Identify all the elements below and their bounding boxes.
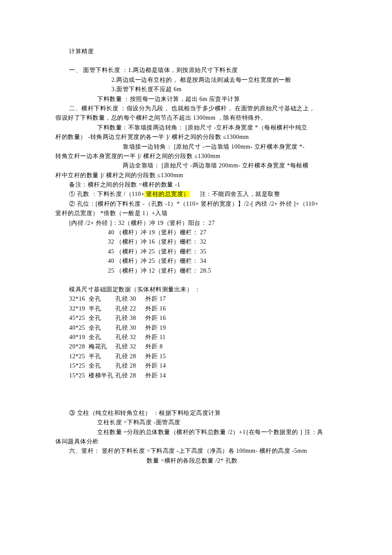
- mold-type: 楼梯半孔: [89, 371, 115, 380]
- table-row: 15*25 楼梯半孔 孔径 28 外距 14: [69, 371, 337, 380]
- sec2-line9: 备注：横杆之间的分段数 =横杆的数量 -1: [55, 180, 337, 190]
- mold-dist: 外距 19: [145, 323, 170, 333]
- punch-row: 32 （横杆）冲 16（竖杆）栅栏： 32: [55, 237, 337, 247]
- sec1-line4: 下料数量 ：按照每一边来计算，超出 6m 应责半计算: [55, 95, 337, 104]
- mold-type: 半孔: [89, 352, 115, 361]
- sec3-l1-b: 注：不能四舍五入，就是取整: [190, 191, 280, 197]
- mold-type: 全孔: [89, 294, 115, 304]
- table-row: 32*16 全孔 孔径 30 外距 17: [69, 294, 337, 304]
- mold-spec: 40*25: [69, 323, 89, 333]
- table-row: 12*25 半孔 孔径 28 外距 15: [69, 352, 337, 361]
- mold-spec: 32*16: [69, 294, 89, 304]
- mold-dist: 外距 14: [145, 371, 170, 380]
- mold-type: 全孔: [89, 333, 115, 342]
- mold-type: 全孔: [89, 361, 115, 371]
- mold-table: 32*16 全孔 孔径 30 外距 17 32*19 半孔 孔径 22 外距 1…: [69, 294, 337, 380]
- mold-dist: 外距 15: [145, 352, 170, 361]
- sec2-line6: 转角立杆一边本身宽度的一半 ]/ 横杆之间的分段数 ≤1300mm: [55, 152, 337, 161]
- mold-dist: 外距 11: [145, 333, 170, 342]
- table-row: 40*19 全孔 孔径 32 外距 11: [69, 333, 337, 342]
- mold-spec: 15*25: [69, 361, 89, 371]
- sec6-line1: 六、竖杆： 竖杆的下料长度 =下料高度 -上下高度（净高）各 100mm- 横杆…: [55, 446, 337, 456]
- sec2-line2: 假设好了下料数量，总的每个横杆之间节点不超出 1300mm ，除有些特殊外。: [55, 113, 337, 123]
- sec1-line2: 2.两边或一边有立柱的， 都是按两边法则减去每一立柱宽度的一般: [55, 75, 337, 85]
- page-title: 计算精度: [55, 47, 337, 56]
- table-row: 40*25 全孔 孔径 30 外距 19: [69, 323, 337, 333]
- mold-dia: 孔径 30: [115, 323, 145, 333]
- document-page: 计算精度 一、 面管下料长度 ：1.两边都是墙体，则按原始尺寸下料长度 2.两边…: [0, 0, 392, 555]
- sec3-line1: ① 孔数 ：下料长度 /（110+ 竖柱的总宽度） 注：不能四舍五入，就是取整: [55, 190, 337, 199]
- mold-dist: 外距 8: [145, 342, 170, 351]
- mold-spec: 45*25: [69, 313, 89, 323]
- mold-dia: 孔径 32: [115, 333, 145, 342]
- sec5-line4: 体问题具体分析: [55, 437, 337, 446]
- sec1-line3: 3.面管下料长度不应超 6m: [55, 85, 337, 94]
- mold-type: 半孔: [89, 304, 115, 313]
- mold-dist: 外距 14: [145, 361, 170, 371]
- mold-spec: 15*25: [69, 371, 89, 380]
- mold-dia: 孔径 28: [115, 352, 145, 361]
- mold-dia: 孔径 28: [115, 361, 145, 371]
- sec2-line5: 靠墙接一边转角： [原始尺寸 -一边靠墙 100mm- 立杆横本身宽度 *-: [55, 142, 337, 152]
- sec5-line3: 立柱数量 =分段的总体数量（横杆的下料总数量 /2）+1{在每一个数据里的 } …: [55, 428, 337, 437]
- highlight-text: 竖柱的总宽度）: [144, 191, 190, 197]
- mold-spec: 40*19: [69, 333, 89, 342]
- mold-type: 全孔: [89, 313, 115, 323]
- sec3-l1-a: ① 孔数 ：下料长度 /（110+: [69, 191, 144, 197]
- mold-type: 全孔: [89, 323, 115, 333]
- sec1-line1: 一、 面管下料长度 ：1.两边都是墙体，则按原始尺寸下料长度: [55, 66, 337, 75]
- mold-dist: 外距 17: [145, 294, 170, 304]
- sec2-line7: 两边全靠墙： [原始尺寸 -两边靠墙 200mm- 立杆横本身宽度 *每根横: [55, 161, 337, 170]
- mold-spec: 12*25: [69, 352, 89, 361]
- sec6-line2: 数量 =横杆的各段总数量 /2* 孔数: [55, 456, 337, 466]
- sec2-line4: 杆的数量） -转角两边立杆宽度的各一半 ]/ 横杆之间的分段数 ≤1300mm: [55, 132, 337, 142]
- punch-row: 40 （横杆）冲 25（竖杆）栅栏： 34: [55, 256, 337, 266]
- table-row: 15*25 全孔 孔径 28 外距 14: [69, 361, 337, 371]
- sec2-line8: 杆中立杆的数量 ]/ 横杆之间的分段数 ≤1300mm: [55, 171, 337, 180]
- sec3-line2: ② 孔位：[横杆的下料长度 -（孔数 -1）*（110+ 竖杆的宽度）】/2-[…: [55, 199, 337, 209]
- mold-dia: 孔径 28: [115, 371, 145, 380]
- mold-title: 模具尺寸基础固定数据（实体材料测量出来） ：: [55, 285, 337, 294]
- mold-spec: 32*19: [69, 304, 89, 313]
- punch-row: 45 （横杆）冲 25（竖杆）栅栏： 35: [55, 247, 337, 256]
- punch-row: 40 （横杆）冲 19（竖杆）栅栏： 27: [55, 228, 337, 237]
- sec5-line1: ③ 立柱（纯立柱和转角立柱） ：根据下料给定高度计算: [55, 408, 337, 418]
- mold-spec: 20*28: [69, 342, 89, 351]
- mold-type: 梅花孔: [89, 342, 115, 351]
- punch-row: 25 （横杆）冲 12（竖杆）栅栏： 28.5: [55, 266, 337, 276]
- table-row: 45*25 全孔 孔径 38 外距 16: [69, 313, 337, 323]
- mold-dia: 孔径 32: [115, 342, 145, 351]
- mold-dist: 外距 16: [145, 313, 170, 323]
- sec5-line2: 立柱长度 =下料高度 -面管高度: [55, 418, 337, 427]
- mold-dist: 外距 16: [145, 304, 170, 313]
- sec3-line3: 竖杆的总宽度） *倍数（一般是 1）+入墙: [55, 209, 337, 218]
- sec3-line4: [内径 /2+ 外径 ]：32（横杆）冲 19（竖杆）阳台： 27: [55, 219, 337, 228]
- mold-dia: 孔径 30: [115, 294, 145, 304]
- table-row: 32*19 半孔 孔径 22 外距 16: [69, 304, 337, 313]
- table-row: 20*28 梅花孔 孔径 32 外距 8: [69, 342, 337, 351]
- mold-dia: 孔径 38: [115, 313, 145, 323]
- sec2-line1: 二、横杆下料长度 ：假设分为几段， 也就相当于多少横杆， 在面管的原始尺寸基础之…: [55, 104, 337, 113]
- mold-dia: 孔径 22: [115, 304, 145, 313]
- sec2-line3: 下料数量：不靠墙接两边转角： [原始尺寸 -立杆本身宽度 *（每根横杆中纯立: [55, 123, 337, 132]
